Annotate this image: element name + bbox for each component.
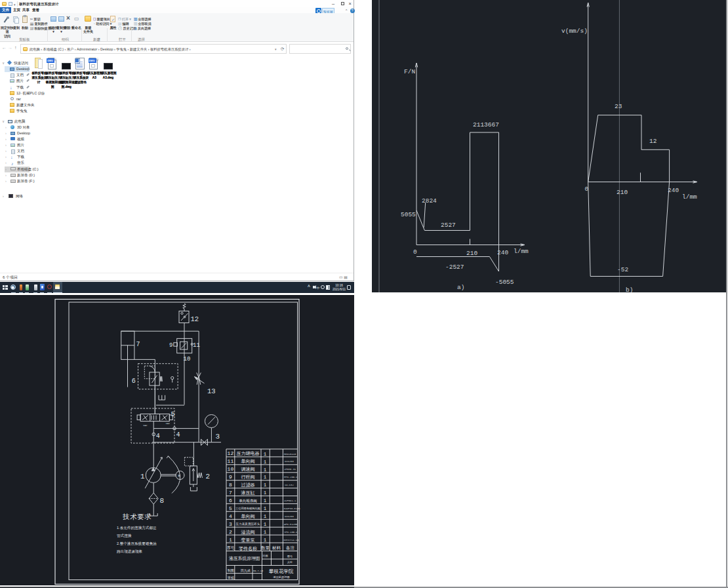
svg-text:1: 1	[264, 498, 267, 503]
svg-text:4: 4	[229, 513, 232, 519]
svg-text:1: 1	[140, 472, 145, 480]
svg-text:序号: 序号	[226, 545, 234, 550]
svg-text:2: 2	[206, 472, 211, 480]
svg-text:1.各元件的连接方式都是: 1.各元件的连接方式都是	[117, 526, 157, 530]
svg-text:2: 2	[229, 528, 232, 534]
svg-text:13: 13	[207, 387, 216, 395]
svg-text:压力表及测压环头: 压力表及测压环头	[235, 522, 260, 526]
svg-text:5: 5	[229, 505, 232, 511]
svg-text:技术要求: 技术要求	[123, 512, 152, 520]
svg-text:审核: 审核	[228, 575, 234, 579]
svg-text:6: 6	[229, 497, 232, 503]
svg-text:8: 8	[229, 482, 232, 488]
svg-text:液压缸: 液压缸	[241, 490, 254, 496]
svg-text:34DF30-E10B: 34DF30-E10B	[284, 507, 301, 510]
svg-text:l/mm: l/mm	[682, 193, 697, 201]
svg-text:10: 10	[228, 466, 234, 472]
svg-text:8: 8	[160, 496, 165, 504]
svg-text:攀枝花学院: 攀枝花学院	[269, 568, 294, 574]
svg-text:7: 7	[229, 490, 232, 496]
svg-text:单向阀: 单向阀	[241, 459, 254, 464]
svg-text:1: 1	[264, 506, 267, 511]
svg-text:3: 3	[216, 433, 220, 441]
svg-text:过滤器: 过滤器	[241, 482, 254, 488]
svg-text:1A2: 1A2	[143, 423, 147, 426]
svg-text:图号: 图号	[287, 554, 293, 557]
svg-text:2FRM5-31: 2FRM5-31	[284, 468, 296, 471]
svg-text:-52: -52	[617, 266, 628, 273]
svg-text:行程阀: 行程阀	[241, 475, 254, 480]
svg-text:b): b)	[626, 286, 633, 292]
svg-text:AF6-Ea25B: AF6-Ea25B	[284, 522, 298, 525]
svg-text:M: M	[178, 473, 180, 478]
svg-text:1: 1	[264, 459, 267, 464]
svg-text:液压机原理图: 液压机原理图	[273, 575, 290, 578]
svg-text:2113667: 2113667	[473, 121, 499, 128]
svg-text:1: 1	[229, 536, 232, 542]
svg-text:5055: 5055	[401, 211, 416, 218]
svg-text:9: 9	[229, 474, 232, 480]
svg-text:v(mm/s): v(mm/s)	[561, 28, 588, 35]
svg-text:23: 23	[615, 103, 622, 110]
svg-text:12: 12	[228, 450, 234, 456]
svg-text:单向阀: 单向阀	[241, 513, 254, 519]
svg-text:a): a)	[457, 284, 464, 291]
svg-text:9: 9	[169, 342, 172, 348]
svg-text:5: 5	[171, 411, 175, 418]
svg-text:YF3-10B-C: YF3-10B-C	[284, 530, 298, 533]
svg-text:4: 4	[156, 433, 160, 440]
svg-text:3: 3	[229, 520, 232, 526]
svg-text:XCF061.1: XCF061.1	[284, 500, 296, 502]
svg-text:溢流阀: 溢流阀	[241, 529, 254, 534]
svg-text:210: 210	[617, 189, 628, 196]
svg-text:XU-C32: XU-C32	[285, 484, 294, 486]
svg-text:液压系统原理图: 液压系统原理图	[229, 556, 260, 561]
svg-text:7: 7	[136, 341, 140, 348]
svg-text:1: 1	[264, 521, 267, 526]
svg-text:DIN250: DIN250	[285, 515, 294, 518]
svg-text:调速阀: 调速阀	[241, 467, 254, 472]
svg-text:0: 0	[413, 248, 417, 256]
svg-text:-2527: -2527	[445, 264, 464, 271]
svg-text:10: 10	[184, 355, 191, 362]
svg-text:管式连接: 管式连接	[117, 534, 132, 538]
svg-text:210: 210	[466, 250, 477, 257]
svg-text:备注: 备注	[286, 545, 295, 551]
svg-text:共张: 共张	[287, 560, 293, 564]
svg-text:4: 4	[176, 431, 180, 439]
svg-text:12: 12	[191, 315, 199, 323]
svg-text:田九成: 田九成	[241, 568, 251, 572]
svg-text:1: 1	[264, 475, 267, 480]
svg-text:单向顺序阀: 单向顺序阀	[239, 498, 257, 503]
svg-text:63YCY14-1B: 63YCY14-1B	[284, 538, 300, 541]
svg-text:变量泵: 变量泵	[240, 537, 254, 542]
svg-text:制图: 制图	[228, 568, 234, 573]
svg-text:DIN250: DIN250	[285, 460, 294, 463]
svg-text:-5055: -5055	[495, 279, 514, 286]
svg-text:2824: 2824	[422, 197, 437, 205]
svg-text:1: 1	[264, 514, 267, 519]
svg-text:06.7.10: 06.7.10	[253, 569, 263, 572]
svg-text:1: 1	[264, 537, 267, 542]
svg-text:路出现进露现象: 路出现进露现象	[117, 549, 143, 553]
svg-text:1: 1	[264, 490, 267, 496]
svg-text:1: 1	[264, 451, 267, 456]
svg-text:0: 0	[585, 186, 589, 193]
svg-text:2.整个液压系统要避免油: 2.整个液压系统要避免油	[117, 541, 157, 546]
svg-text:2527: 2527	[441, 222, 456, 229]
svg-text:11: 11	[193, 342, 200, 349]
svg-text:11: 11	[228, 458, 234, 464]
svg-text:6: 6	[132, 378, 136, 385]
svg-text:12: 12	[649, 138, 657, 145]
svg-text:1: 1	[264, 467, 267, 472]
svg-text:l/mm: l/mm	[514, 248, 529, 255]
svg-text:1A2: 1A2	[166, 422, 170, 425]
svg-text:FF3-25B-C: FF3-25B-C	[284, 476, 298, 479]
svg-text:数量: 数量	[260, 545, 270, 550]
svg-text:240: 240	[668, 187, 679, 194]
svg-text:1: 1	[264, 529, 267, 534]
svg-text:压力继电器: 压力继电器	[236, 451, 259, 456]
svg-text:材料: 材料	[272, 545, 281, 551]
svg-text:HED10a10: HED10a10	[284, 452, 296, 455]
svg-text:240: 240	[497, 249, 508, 256]
